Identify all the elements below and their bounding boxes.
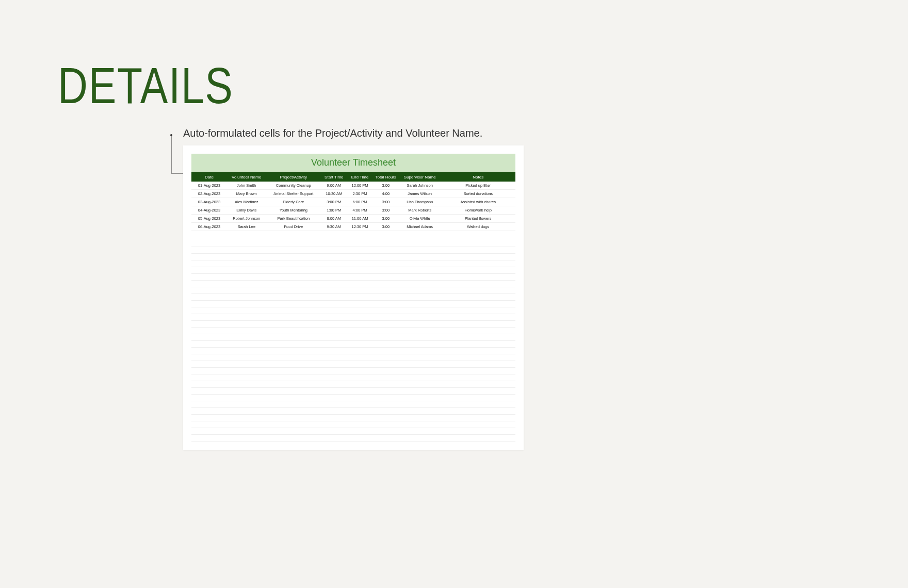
col-header-notes: Notes [441,173,515,182]
cell-date: 06-Aug-2023 [191,223,227,231]
cell-total: 3:00 [373,215,399,223]
empty-row [191,294,515,301]
empty-row [191,348,515,354]
col-header-supervisor: Supervisor Name [399,173,441,182]
cell-notes: Picked up litter [441,182,515,190]
cell-supervisor: James Wilson [399,190,441,198]
cell-start: 1:00 PM [321,206,347,215]
cell-notes: Walked dogs [441,223,515,231]
cell-date: 04-Aug-2023 [191,206,227,215]
cell-name: Mary Brown [227,190,266,198]
empty-row [191,381,515,388]
cell-supervisor: Sarah Johnson [399,182,441,190]
empty-row [191,401,515,408]
cell-start: 3:00 PM [321,198,347,206]
empty-row [191,274,515,281]
cell-name: Robert Johnson [227,215,266,223]
cell-project: Food Drive [266,223,321,231]
table-row: 04-Aug-2023Emily DavisYouth Mentoring1:0… [191,206,515,215]
cell-supervisor: Mark Roberts [399,206,441,215]
empty-row [191,254,515,260]
cell-name: Sarah Lee [227,223,266,231]
cell-total: 3:00 [373,206,399,215]
cell-date: 03-Aug-2023 [191,198,227,206]
cell-end: 12:30 PM [347,223,372,231]
cell-supervisor: Lisa Thompson [399,198,441,206]
empty-row [191,267,515,274]
col-header-name: Volunteer Name [227,173,266,182]
cell-end: 2:30 PM [347,190,372,198]
cell-start: 8:00 AM [321,215,347,223]
cell-date: 01-Aug-2023 [191,182,227,190]
table-row: 05-Aug-2023Robert JohnsonPark Beautifica… [191,215,515,223]
cell-notes: Homework help [441,206,515,215]
cell-project: Youth Mentoring [266,206,321,215]
page-title: DETAILS [58,57,233,115]
cell-end: 11:00 AM [347,215,372,223]
cell-notes: Sorted donations [441,190,515,198]
cell-project: Animal Shelter Support [266,190,321,198]
empty-row [191,287,515,294]
empty-row [191,247,515,254]
cell-project: Park Beautification [266,215,321,223]
cell-date: 02-Aug-2023 [191,190,227,198]
cell-date: 05-Aug-2023 [191,215,227,223]
empty-row [191,314,515,321]
empty-row [191,260,515,267]
cell-project: Elderly Care [266,198,321,206]
empty-row [191,341,515,348]
gap-row [191,231,515,240]
empty-row [191,421,515,428]
cell-start: 9:30 AM [321,223,347,231]
cell-start: 10:30 AM [321,190,347,198]
empty-row [191,361,515,368]
cell-end: 12:00 PM [347,182,372,190]
cell-name: John Smith [227,182,266,190]
col-header-date: Date [191,173,227,182]
cell-total: 4:00 [373,190,399,198]
empty-row [191,328,515,334]
empty-row [191,395,515,401]
sheet-title: Volunteer Timesheet [191,154,515,172]
timesheet-table: Date Volunteer Name Project/Activity Sta… [191,173,515,442]
cell-supervisor: Michael Adams [399,223,441,231]
table-row: 06-Aug-2023Sarah LeeFood Drive9:30 AM12:… [191,223,515,231]
cell-name: Alex Martinez [227,198,266,206]
empty-row [191,435,515,442]
cell-total: 3:00 [373,182,399,190]
col-header-project: Project/Activity [266,173,321,182]
col-header-start: Start Time [321,173,347,182]
empty-row [191,354,515,361]
table-row: 03-Aug-2023Alex MartinezElderly Care3:00… [191,198,515,206]
cell-total: 3:00 [373,198,399,206]
cell-supervisor: Olivia White [399,215,441,223]
table-row: 01-Aug-2023John SmithCommunity Cleanup9:… [191,182,515,190]
empty-row [191,334,515,341]
table-header-row: Date Volunteer Name Project/Activity Sta… [191,173,515,182]
timesheet-preview: Volunteer Timesheet Date Volunteer Name … [183,145,524,450]
empty-row [191,240,515,247]
empty-row [191,428,515,435]
empty-row [191,321,515,328]
cell-end: 6:00 PM [347,198,372,206]
empty-row [191,374,515,381]
cell-total: 3:00 [373,223,399,231]
cell-notes: Assisted with chores [441,198,515,206]
empty-row [191,415,515,421]
table-row: 02-Aug-2023Mary BrownAnimal Shelter Supp… [191,190,515,198]
description-text: Auto-formulated cells for the Project/Ac… [183,127,482,139]
cell-start: 9:00 AM [321,182,347,190]
empty-row [191,388,515,395]
empty-row [191,301,515,307]
empty-row [191,408,515,415]
cell-end: 4:00 PM [347,206,372,215]
empty-row [191,307,515,314]
empty-row [191,281,515,287]
empty-row [191,368,515,374]
cell-project: Community Cleanup [266,182,321,190]
col-header-total: Total Hours [373,173,399,182]
cell-notes: Planted flowers [441,215,515,223]
cell-name: Emily Davis [227,206,266,215]
col-header-end: End Time [347,173,372,182]
